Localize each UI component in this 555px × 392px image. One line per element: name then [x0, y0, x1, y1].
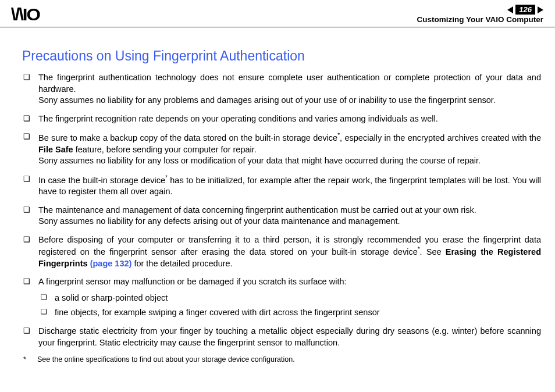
list-item: In case the built-in storage device* has…: [22, 174, 541, 198]
list-item: a solid or sharp-pointed object: [38, 293, 541, 304]
text: for the detailed procedure.: [131, 259, 232, 268]
list-item: fine objects, for example swiping a fing…: [38, 307, 541, 319]
prev-page-icon[interactable]: [507, 6, 513, 13]
list-item: A fingerprint sensor may malfunction or …: [22, 276, 541, 319]
list-item: Discharge static electricity from your f…: [22, 326, 541, 348]
page-title: Precautions on Using Fingerprint Authent…: [22, 48, 541, 64]
text: , especially in the encrypted archives c…: [340, 133, 541, 142]
page-header: \/\IO 126 Customizing Your VAIO Computer: [0, 0, 555, 27]
footnote-marker: *: [23, 355, 37, 364]
page-number: 126: [515, 5, 535, 15]
list-item: Be sure to make a backup copy of the dat…: [22, 131, 541, 167]
page-link[interactable]: (page 132): [90, 259, 132, 268]
footnote-text: See the online specifications to find ou…: [37, 355, 295, 364]
list-item: The fingerprint authentication technolog…: [22, 72, 541, 106]
footnote: * See the online specifications to find …: [22, 355, 541, 364]
page-content: Precautions on Using Fingerprint Authent…: [0, 27, 555, 364]
sub-list: a solid or sharp-pointed object fine obj…: [38, 293, 541, 319]
next-page-icon[interactable]: [538, 6, 543, 13]
list-item: The fingerprint recognition rate depends…: [22, 113, 541, 125]
text: fine objects, for example swiping a fing…: [55, 308, 380, 317]
text: a solid or sharp-pointed object: [55, 293, 168, 302]
text: Be sure to make a backup copy of the dat…: [38, 133, 337, 142]
text: The fingerprint recognition rate depends…: [38, 114, 438, 123]
text: A fingerprint sensor may malfunction or …: [38, 277, 347, 286]
text: The fingerprint authentication technolog…: [38, 73, 541, 94]
list-item: The maintenance and management of data c…: [22, 205, 541, 227]
text: Sony assumes no liability for any proble…: [38, 95, 496, 105]
text: The maintenance and management of data c…: [38, 205, 476, 215]
text: . See: [420, 247, 446, 256]
bold-text: File Safe: [38, 145, 73, 154]
header-right: 126 Customizing Your VAIO Computer: [417, 5, 543, 24]
vaio-logo: \/\IO: [11, 5, 40, 24]
text: Discharge static electricity from your f…: [38, 326, 541, 347]
page-navigation: 126: [417, 5, 543, 15]
section-title: Customizing Your VAIO Computer: [417, 15, 543, 24]
list-item: Before disposing of your computer or tra…: [22, 234, 541, 270]
precautions-list: The fingerprint authentication technolog…: [22, 72, 541, 348]
text: Sony assumes no liability for any loss o…: [38, 156, 481, 165]
text: Sony assumes no liability for any defect…: [38, 216, 400, 226]
text: feature, before sending your computer fo…: [73, 145, 257, 154]
text: In case the built-in storage device: [38, 176, 165, 185]
